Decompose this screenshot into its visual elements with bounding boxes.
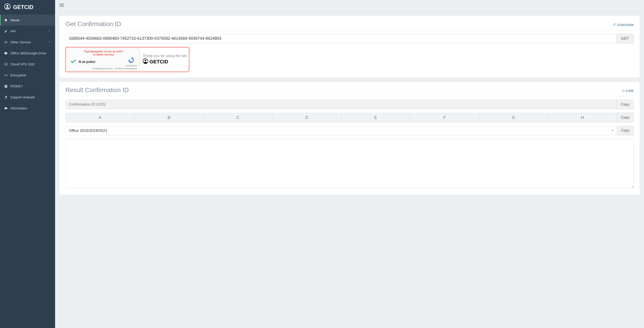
captcha-privacy-link[interactable]: Конфиденциальность	[92, 67, 113, 70]
cid-output[interactable]	[66, 100, 617, 109]
usage-counter: 3730/15000	[613, 23, 634, 27]
segment-a[interactable]	[66, 113, 134, 122]
user-circle-icon	[143, 58, 148, 65]
captcha-footer: Конфиденциальность - Условия использован…	[70, 67, 137, 70]
sidebar-item-label: Cloud VPS SSD	[10, 62, 35, 66]
svg-point-1	[6, 5, 8, 7]
sidebar-item-label: Support Activate	[10, 95, 35, 99]
get-panel-title: Get Confirmation ID	[66, 20, 121, 28]
sidebar-item-label: Other Service	[10, 40, 31, 44]
monitor-icon	[4, 62, 8, 66]
script-textarea[interactable]	[66, 139, 634, 188]
clock-icon	[622, 89, 625, 93]
sidebar-item-pidkey[interactable]: PIDKEY	[0, 81, 55, 92]
recaptcha-label: reCAPTCHA	[126, 65, 137, 67]
swap-icon	[613, 23, 616, 27]
captcha-label: Я не робот	[79, 60, 96, 64]
segments-row: Copy	[66, 113, 634, 122]
segment-b[interactable]	[134, 113, 203, 122]
sidebar-item-other-service[interactable]: Other Service	[0, 37, 55, 48]
sidebar-item-label: PIDKEY	[10, 84, 23, 88]
checkmark-icon	[70, 58, 76, 65]
sidebar-item-office365[interactable]: Office 365/Google Drive	[0, 48, 55, 59]
installation-id-input[interactable]	[66, 34, 616, 43]
code-icon	[4, 73, 8, 77]
brand-name: GETCID	[13, 4, 34, 10]
sidebar-item-label: Information	[10, 106, 27, 110]
recaptcha-icon	[128, 60, 135, 64]
sidebar-item-support[interactable]: Support Activate	[0, 92, 55, 103]
product-select[interactable]: Office 2016/2019/2021	[66, 126, 617, 135]
sidebar-item-label: API	[10, 29, 16, 33]
brand-header: GETCID	[0, 0, 55, 14]
thanks-text: Thank you for using the site	[143, 54, 187, 58]
segment-h[interactable]	[548, 113, 616, 122]
segment-g[interactable]	[479, 113, 548, 122]
captcha-warning: Подтверждаем что вы не робот (ставим гал…	[70, 50, 137, 56]
thanks-logo: GETCID	[143, 58, 187, 65]
home-icon	[4, 18, 8, 22]
card-icon	[4, 51, 8, 55]
get-button[interactable]: GET	[616, 34, 634, 43]
svg-point-6	[145, 60, 146, 61]
timing-text: 0.000	[626, 89, 634, 93]
chevron-down-icon	[48, 40, 51, 44]
chevron-down-icon	[48, 29, 51, 33]
topbar	[55, 0, 644, 11]
sliders-icon	[4, 40, 8, 44]
captcha-highlight-box: Подтверждаем что вы не робот (ставим гал…	[66, 47, 189, 72]
svg-rect-2	[4, 52, 7, 54]
svg-rect-4	[4, 107, 7, 109]
sidebar: GETCID Home API Other Service Office 365…	[0, 0, 55, 328]
usage-counter-text: 3730/15000	[617, 23, 634, 27]
result-panel-title: Result Confirmation ID	[66, 86, 129, 94]
segment-e[interactable]	[341, 113, 410, 122]
thanks-block: Thank you for using the site GETCID	[143, 54, 187, 65]
timing-meta: 0.000	[622, 89, 634, 93]
result-confirmation-panel: Result Confirmation ID 0.000 Copy	[60, 82, 640, 195]
sidebar-item-home[interactable]: Home	[0, 14, 55, 26]
copy-segments-button[interactable]: Copy	[617, 113, 634, 122]
tools-icon	[4, 95, 8, 99]
thanks-logo-text: GETCID	[150, 59, 168, 65]
sidebar-item-encryption[interactable]: Encryption	[0, 70, 55, 81]
segment-d[interactable]	[272, 113, 341, 122]
captcha-terms-link[interactable]: Условия использования	[115, 67, 137, 70]
sidebar-item-label: Encryption	[10, 73, 26, 77]
recaptcha-widget[interactable]: Подтверждаем что вы не робот (ставим гал…	[68, 48, 140, 71]
copy-script-button[interactable]: Copy	[617, 126, 634, 135]
main: Get Confirmation ID 3730/15000 GET Подтв…	[55, 0, 644, 328]
sidebar-item-label: Office 365/Google Drive	[10, 51, 46, 55]
sidebar-nav: Home API Other Service Office 365/Google…	[0, 14, 55, 114]
sidebar-item-information[interactable]: Information	[0, 103, 55, 114]
segment-f[interactable]	[410, 113, 479, 122]
svg-rect-3	[4, 63, 7, 65]
edit-icon	[4, 29, 8, 33]
copy-cid-button[interactable]: Copy	[617, 100, 634, 109]
sidebar-item-api[interactable]: API	[0, 26, 55, 37]
hamburger-icon[interactable]	[59, 2, 64, 9]
sidebar-item-cloud-vps[interactable]: Cloud VPS SSD	[0, 59, 55, 70]
sidebar-item-label: Home	[10, 18, 19, 22]
windows-icon	[4, 84, 8, 88]
id-icon	[4, 106, 8, 110]
segment-c[interactable]	[203, 113, 272, 122]
user-circle-icon	[4, 3, 11, 11]
get-confirmation-panel: Get Confirmation ID 3730/15000 GET Подтв…	[60, 16, 640, 77]
